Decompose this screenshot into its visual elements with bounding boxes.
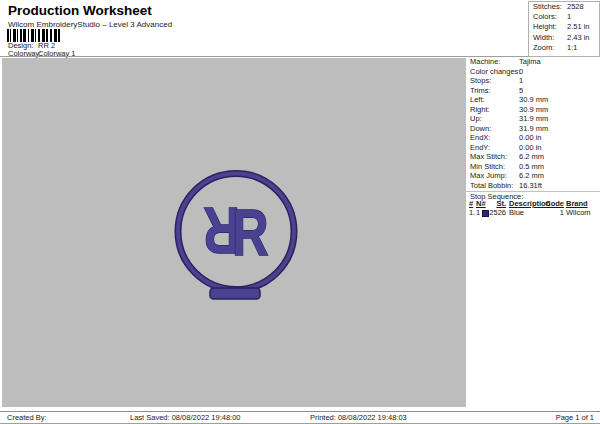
created-by-label: Created By: [7, 414, 47, 423]
monogram-letter-right: R [232, 196, 269, 268]
row-needle: 1 [476, 209, 480, 218]
info-row: Total Bobbin:16.31ft [470, 182, 598, 192]
embroidery-design: R R [2, 58, 466, 407]
base-bar [210, 288, 260, 299]
page-title: Production Worksheet [8, 3, 152, 18]
row-description: Blue [509, 209, 524, 218]
machine-info-panel: Machine:Tajima Color changes:0 Stops:1 T… [470, 58, 598, 191]
header-divider [0, 56, 600, 57]
last-saved-text: Last Saved: 08/08/2022 19:48:00 [130, 414, 241, 423]
zoom-label: Zoom: [533, 44, 567, 54]
row-stitches: 2526 [488, 209, 506, 218]
row-num: 1. [469, 209, 475, 218]
summary-row: Zoom:1:1 [529, 44, 599, 54]
app-subtitle: Wilcom EmbroideryStudio – Level 3 Advanc… [8, 20, 172, 29]
summary-box: Stitches:2528 Colors:1 Height:2.51 in Wi… [528, 1, 600, 57]
row-brand: Wilcom [566, 209, 591, 218]
design-canvas: R R [2, 58, 466, 407]
row-code: 1 [544, 209, 564, 218]
printed-text: Printed: 08/08/2022 19:48:03 [310, 414, 407, 423]
footer-divider [0, 411, 600, 412]
total-bobbin-label: Total Bobbin: [470, 182, 519, 192]
page-number: Page 1 of 1 [556, 414, 594, 423]
zoom-value: 1:1 [567, 44, 577, 54]
total-bobbin-value: 16.31ft [519, 182, 542, 192]
